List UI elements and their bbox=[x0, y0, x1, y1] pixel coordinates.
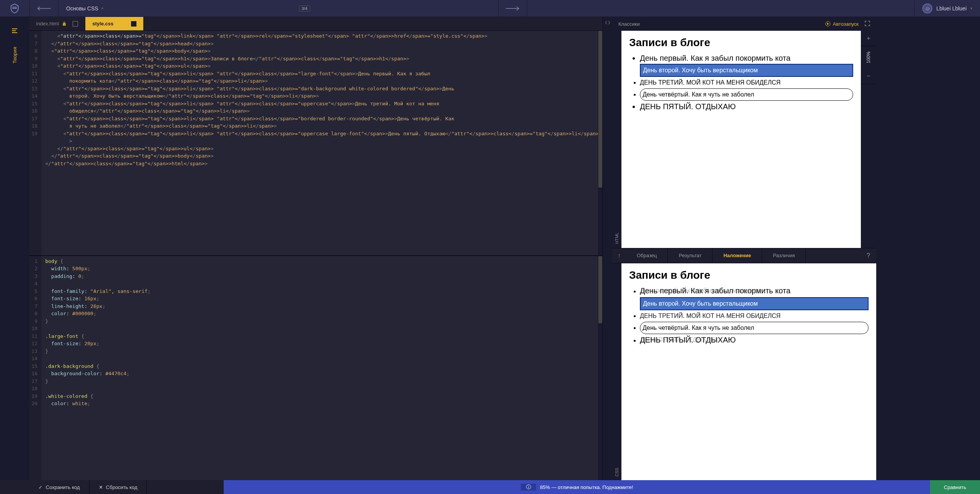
info-icon: ⓘ bbox=[521, 484, 536, 491]
compare-button[interactable]: Сравнить bbox=[930, 480, 980, 494]
editor-tabs: index.html 🔒 style.css bbox=[29, 17, 603, 31]
compare-tab-diff[interactable]: Различия bbox=[762, 248, 806, 263]
breadcrumb[interactable]: Основы CSS ▾ bbox=[58, 5, 111, 12]
list-item: ДЕНЬ ПЯТЫЙ. ОТДЫХАЮ ДЕНЬ ПЯТЫЙ. ОТДЫХАЮ bbox=[640, 335, 869, 346]
autorun-label: Автозапуск bbox=[833, 21, 859, 27]
nav-back-button[interactable] bbox=[29, 0, 58, 17]
list-item: День первый. Как я забыл покормить кота … bbox=[640, 286, 869, 296]
preview-panel: Классики Автозапуск HTML Записи в блоге … bbox=[612, 17, 876, 480]
collapse-icon[interactable]: ↑ bbox=[612, 252, 626, 259]
html-editor[interactable]: 678910111213141516171819 <"attr"</span>>… bbox=[29, 31, 603, 256]
css-editor[interactable]: 1234567891011121314151617181920 body { w… bbox=[29, 256, 603, 481]
zoom-label: 100% bbox=[866, 46, 871, 69]
avatar: ☺ bbox=[922, 3, 932, 13]
list-item: День четвёртый. Как я чуть не заболел bbox=[640, 322, 869, 334]
autorun-toggle[interactable]: Автозапуск bbox=[825, 21, 859, 27]
preview-title: Классики bbox=[618, 21, 640, 27]
gutter: 1234567891011121314151617181920 bbox=[29, 256, 42, 481]
save-label: Сохранить код bbox=[46, 484, 80, 490]
reset-button[interactable]: ✕ Сбросить код bbox=[90, 480, 147, 494]
preview-header: Классики Автозапуск bbox=[612, 17, 876, 31]
chevron-down-icon: ▾ bbox=[101, 6, 103, 10]
resize-handle[interactable] bbox=[603, 17, 612, 480]
preview-frame-bottom: Записи в блоге День первый. Как я забыл … bbox=[621, 263, 876, 481]
zoom-out-button[interactable]: − bbox=[861, 69, 876, 84]
preview-list: День первый. Как я забыл покормить кота … bbox=[629, 53, 853, 111]
logo[interactable] bbox=[0, 3, 29, 14]
list-item: ДЕНЬ ТРЕТИЙ. МОЙ КОТ НА МЕНЯ ОБИДЕЛСЯ ДЕ… bbox=[640, 311, 869, 321]
zoom-in-button[interactable]: + bbox=[861, 31, 876, 46]
zoom-controls: + 100% − bbox=[861, 31, 876, 248]
preview-heading: Записи в блоге bbox=[629, 38, 853, 48]
compare-tab-overlay[interactable]: Наложение bbox=[713, 248, 762, 263]
menu-icon[interactable] bbox=[6, 22, 23, 39]
layout-icon bbox=[73, 21, 78, 27]
left-sidebar: Теория bbox=[0, 17, 29, 480]
editor-panel: index.html 🔒 style.css 67891011121314151… bbox=[29, 17, 603, 480]
status-message[interactable]: ⓘ 85% — отличная попытка. Поднажмите! bbox=[224, 480, 930, 494]
tab-label: index.html bbox=[36, 21, 59, 27]
scrollbar[interactable] bbox=[598, 256, 603, 481]
tab-label: style.css bbox=[92, 21, 113, 27]
layout-icon bbox=[131, 21, 136, 27]
app-header: Основы CSS ▾ 3/4 ☺ Lbluei Lbluei ▾ bbox=[0, 0, 980, 17]
preview-heading: Записи в блоге bbox=[629, 270, 869, 280]
footer: ✓ Сохранить код ✕ Сбросить код ⓘ 85% — о… bbox=[0, 480, 980, 494]
preview-frame-top: Записи в блоге День первый. Как я забыл … bbox=[621, 31, 861, 248]
list-item: День второй. Хочу быть верстальщиком bbox=[640, 64, 853, 77]
theory-tab[interactable]: Теория bbox=[12, 47, 18, 63]
compare-tab-sample[interactable]: Образец bbox=[626, 248, 668, 263]
list-item: ДЕНЬ ПЯТЫЙ. ОТДЫХАЮ bbox=[640, 101, 853, 111]
reset-label: Сбросить код bbox=[106, 484, 138, 490]
preview-list: День первый. Как я забыл покормить кота … bbox=[629, 286, 869, 346]
save-button[interactable]: ✓ Сохранить код bbox=[29, 480, 90, 494]
fullscreen-icon[interactable] bbox=[865, 21, 870, 27]
compare-tab-result[interactable]: Результат bbox=[668, 248, 713, 263]
list-item: ДЕНЬ ТРЕТИЙ. МОЙ КОТ НА МЕНЯ ОБИДЕЛСЯ bbox=[640, 78, 853, 88]
breadcrumb-title: Основы CSS bbox=[66, 5, 98, 12]
css-label: CSS bbox=[612, 263, 621, 481]
html-label: HTML bbox=[612, 31, 621, 248]
right-gutter bbox=[876, 17, 980, 480]
list-item: День второй. Хочу быть верстальщиком bbox=[640, 297, 869, 310]
list-item: День первый. Как я забыл покормить кота bbox=[640, 53, 853, 63]
tab-style-css[interactable]: style.css bbox=[85, 17, 144, 30]
code-area[interactable]: body { width: 500px; padding: 0; font-fa… bbox=[42, 256, 603, 481]
tab-index-html[interactable]: index.html 🔒 bbox=[29, 17, 85, 30]
compare-tabs: ↑ Образец Результат Наложение Различия ? bbox=[612, 248, 876, 263]
compare-label: Сравнить bbox=[944, 484, 966, 490]
progress-indicator: 3/4 bbox=[299, 5, 310, 12]
list-item: День четвёртый. Как я чуть не заболел bbox=[640, 88, 853, 101]
help-button[interactable]: ? bbox=[860, 252, 876, 259]
status-text: 85% — отличная попытка. Поднажмите! bbox=[540, 484, 633, 490]
nav-forward-button[interactable] bbox=[498, 0, 527, 17]
check-icon: ✓ bbox=[38, 484, 43, 490]
lock-icon: 🔒 bbox=[62, 22, 66, 26]
username: Lbluei Lbluei bbox=[936, 5, 967, 12]
scrollbar[interactable] bbox=[598, 31, 603, 255]
close-icon: ✕ bbox=[99, 484, 103, 490]
code-area[interactable]: <"attr"</span>>class</span>="tag"</span>… bbox=[42, 31, 603, 255]
user-menu[interactable]: ☺ Lbluei Lbluei ▾ bbox=[914, 0, 980, 17]
chevron-down-icon: ▾ bbox=[970, 6, 972, 10]
gutter: 678910111213141516171819 bbox=[29, 31, 42, 255]
